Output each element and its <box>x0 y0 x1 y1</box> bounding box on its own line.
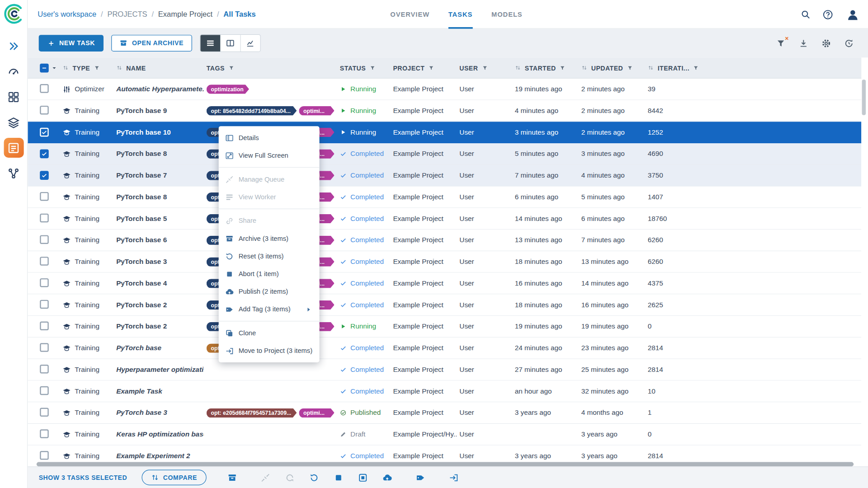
breadcrumb-project[interactable]: Example Project <box>158 10 212 18</box>
task-row[interactable]: TrainingPyTorch base 6opt: ...optimi...C… <box>28 230 861 251</box>
breadcrumb-current[interactable]: All Tasks <box>223 10 255 18</box>
chart-view-button[interactable] <box>240 35 260 52</box>
abort-all-children-button[interactable] <box>355 470 370 485</box>
column-header-user[interactable]: USER <box>457 65 512 71</box>
row-checkbox[interactable] <box>40 321 49 330</box>
tab-overview[interactable]: OVERVIEW <box>390 0 429 29</box>
row-checkbox[interactable] <box>40 84 49 93</box>
row-checkbox[interactable] <box>40 192 49 201</box>
row-checkbox[interactable] <box>40 235 49 244</box>
sidebar-item-dashboard[interactable] <box>4 61 24 81</box>
sidebar-item-datasets[interactable] <box>4 113 24 132</box>
row-checkbox[interactable] <box>40 364 49 373</box>
tag-chip[interactable]: optimization <box>207 84 249 94</box>
filter-icon[interactable] <box>228 65 234 70</box>
search-button[interactable] <box>801 9 811 19</box>
menu-item-move-to-project[interactable]: Move to Project (3 items) <box>219 342 320 360</box>
column-header-updated[interactable]: UPDATED <box>579 65 645 71</box>
menu-item-add-tag[interactable]: Add Tag (3 items) <box>219 300 320 318</box>
menu-item-clone[interactable]: Clone <box>219 324 320 342</box>
filter-icon[interactable] <box>560 65 565 70</box>
auto-refresh-button[interactable] <box>844 38 854 48</box>
reset-button[interactable] <box>306 470 321 485</box>
clearml-logo[interactable] <box>3 3 25 25</box>
sidebar-item-experiments[interactable] <box>4 138 24 158</box>
task-row[interactable]: TrainingPyTorch baseopt: ...CompletedExa… <box>28 338 861 359</box>
tab-models[interactable]: MODELS <box>491 0 523 29</box>
menu-item-archive[interactable]: Archive (3 items) <box>219 230 320 247</box>
column-header-iterations[interactable]: ITERATI... <box>645 65 700 71</box>
breadcrumb-workspace[interactable]: User's workspace <box>38 10 96 18</box>
horizontal-scrollbar-thumb[interactable] <box>37 462 854 466</box>
profile-button[interactable] <box>845 7 860 22</box>
task-row[interactable]: OptimizerAutomatic Hyperparamete...optim… <box>28 79 861 100</box>
open-archive-button[interactable]: OPEN ARCHIVE <box>112 35 192 52</box>
task-row[interactable]: TrainingPyTorch base 5opt: ...optimi...C… <box>28 208 861 230</box>
selection-menu-caret-icon[interactable] <box>51 65 58 71</box>
task-row[interactable]: TrainingExample TaskCompletedExample Pro… <box>28 380 861 402</box>
row-checkbox[interactable] <box>40 300 49 309</box>
tab-tasks[interactable]: TASKS <box>448 0 473 29</box>
column-header-tags[interactable]: TAGS <box>204 65 337 71</box>
new-task-button[interactable]: NEW TASK <box>39 35 104 52</box>
task-row[interactable]: TrainingPyTorch base 4opt: ...optimi...C… <box>28 273 861 295</box>
tag-chip[interactable]: optimi... <box>299 408 334 418</box>
filter-icon[interactable] <box>627 65 632 70</box>
row-checkbox[interactable] <box>40 257 49 266</box>
menu-item-reset[interactable]: Reset (3 items) <box>219 247 320 265</box>
column-header-project[interactable]: PROJECT <box>390 65 457 71</box>
archive-button[interactable] <box>224 470 240 485</box>
download-button[interactable] <box>799 38 808 48</box>
sidebar-item-expand[interactable] <box>4 36 24 56</box>
column-header-name[interactable]: NAME <box>113 65 204 71</box>
row-checkbox[interactable] <box>40 171 49 180</box>
task-row[interactable]: TrainingPyTorch base 2opt: ...optimi...R… <box>28 316 861 338</box>
column-header-status[interactable]: STATUS <box>337 65 391 71</box>
task-row[interactable]: TrainingPyTorch base 10opt: ...optimi...… <box>28 122 861 143</box>
select-all-checkbox[interactable] <box>40 63 49 72</box>
tag-chip[interactable]: opt: 85e5482ddd7149b8ba04... <box>207 106 297 115</box>
task-row[interactable]: TrainingPyTorch base 3opt: e205d684f7954… <box>28 402 861 424</box>
task-row[interactable]: TrainingHyperparameter optimizati...Comp… <box>28 359 861 381</box>
row-checkbox[interactable] <box>40 386 49 395</box>
row-checkbox[interactable] <box>40 105 49 114</box>
task-row[interactable]: TrainingKeras HP optimization baseDraftE… <box>28 424 861 446</box>
table-view-button[interactable] <box>200 35 220 52</box>
vertical-scrollbar-thumb[interactable] <box>862 80 866 115</box>
settings-button[interactable] <box>821 38 831 48</box>
menu-item-view-full-screen[interactable]: View Full Screen <box>219 146 320 164</box>
row-checkbox[interactable] <box>40 149 49 158</box>
menu-item-publish[interactable]: Publish (2 items) <box>219 283 320 300</box>
task-row[interactable]: TrainingPyTorch base 3opt: ...optimi...C… <box>28 251 861 273</box>
row-checkbox[interactable] <box>40 408 49 417</box>
publish-button[interactable] <box>379 470 395 485</box>
breadcrumb-projects[interactable]: PROJECTS <box>107 10 147 18</box>
task-row[interactable]: TrainingPyTorch base 7opt: ...optimi...C… <box>28 165 861 187</box>
menu-item-abort[interactable]: Abort (1 item) <box>219 265 320 283</box>
filter-icon[interactable] <box>693 65 699 70</box>
add-tag-button[interactable] <box>412 470 428 485</box>
row-checkbox[interactable] <box>40 127 49 136</box>
column-header-type[interactable]: TYPE <box>60 65 113 71</box>
row-checkbox[interactable] <box>40 429 49 438</box>
row-checkbox[interactable] <box>40 450 49 460</box>
show-selected-link[interactable]: SHOW 3 TASKS SELECTED <box>39 474 127 481</box>
filter-icon[interactable] <box>482 65 487 70</box>
task-row[interactable]: TrainingExample Experiment 2CompletedExa… <box>28 446 861 462</box>
task-row[interactable]: TrainingPyTorch base 9opt: 85e5482ddd714… <box>28 100 861 122</box>
task-row[interactable]: TrainingPyTorch base 8opt: ...optimi...C… <box>28 143 861 165</box>
menu-item-details[interactable]: Details <box>219 129 320 146</box>
row-checkbox[interactable] <box>40 213 49 222</box>
filter-icon[interactable] <box>370 65 375 70</box>
abort-button[interactable] <box>330 470 346 485</box>
task-row[interactable]: TrainingPyTorch base 8opt: ...optimi...C… <box>28 187 861 208</box>
filter-icon[interactable] <box>94 65 99 70</box>
sidebar-item-projects[interactable] <box>4 87 24 107</box>
column-header-started[interactable]: STARTED <box>512 65 579 71</box>
filter-reset-button[interactable]: ✕ <box>776 38 786 48</box>
row-checkbox[interactable] <box>40 343 49 352</box>
filter-icon[interactable] <box>429 65 434 70</box>
sidebar-item-pipelines[interactable] <box>4 163 24 183</box>
row-checkbox[interactable] <box>40 278 49 287</box>
help-button[interactable] <box>823 9 833 19</box>
